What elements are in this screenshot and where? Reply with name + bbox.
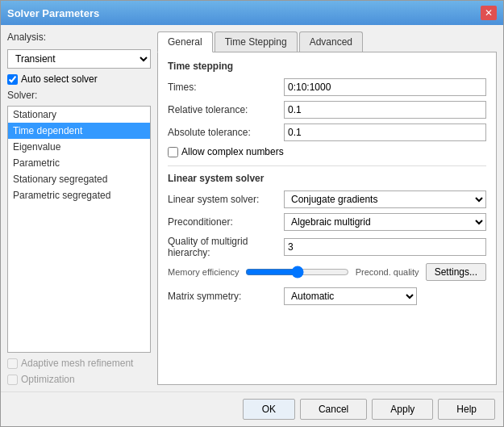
rel-tolerance-label: Relative tolerance: <box>168 104 281 115</box>
memory-efficiency-label: Memory efficiency <box>168 267 239 277</box>
time-stepping-section-title: Time stepping <box>168 61 486 72</box>
quality-label: Quality of multigrid hierarchy: <box>168 236 281 258</box>
preconditioner-label: Preconditioner: <box>168 216 281 228</box>
tab-general[interactable]: General <box>157 31 213 52</box>
quality-row: Quality of multigrid hierarchy: <box>168 236 486 258</box>
solver-item-stationary[interactable]: Stationary <box>8 107 150 123</box>
left-panel: Analysis: Transient Stationary Eigenvalu… <box>7 31 151 385</box>
times-row: Times: <box>168 78 486 96</box>
abs-tolerance-row: Absolute tolerance: <box>168 123 486 141</box>
precond-quality-label: Precond. quality <box>356 267 419 277</box>
auto-select-label: Auto select solver <box>21 73 98 85</box>
solver-item-parametric-segregated[interactable]: Parametric segregated <box>8 187 150 203</box>
matrix-symmetry-row: Matrix symmetry: Automatic Symmetric Uns… <box>168 287 486 305</box>
optimization-label: Optimization <box>21 374 75 385</box>
ok-button[interactable]: OK <box>243 399 295 420</box>
solver-list: Stationary Time dependent Eigenvalue Par… <box>7 106 151 353</box>
slider-row: Memory efficiency Precond. quality Setti… <box>168 263 486 281</box>
right-panel: General Time Stepping Advanced Time step… <box>157 31 497 385</box>
title-bar: Solver Parameters ✕ <box>1 1 503 25</box>
matrix-symmetry-label: Matrix symmetry: <box>168 291 281 302</box>
preconditioner-select[interactable]: Algebraic multigrid Incomplete LU SOR <box>284 213 486 231</box>
auto-select-row: Auto select solver <box>7 73 151 85</box>
analysis-select[interactable]: Transient Stationary Eigenvalue <box>7 49 151 69</box>
tab-advanced[interactable]: Advanced <box>299 31 363 52</box>
tab-content-general: Time stepping Times: Relative tolerance:… <box>157 52 497 385</box>
abs-tolerance-input[interactable] <box>284 123 486 141</box>
close-button[interactable]: ✕ <box>481 6 497 20</box>
settings-button[interactable]: Settings... <box>426 263 486 281</box>
times-input[interactable] <box>284 78 486 96</box>
solver-parameters-dialog: Solver Parameters ✕ Analysis: Transient … <box>0 0 504 427</box>
solver-section-label: Solver: <box>7 90 151 101</box>
tab-time-stepping[interactable]: Time Stepping <box>215 31 298 52</box>
adaptive-mesh-row: Adaptive mesh refinement <box>7 358 151 369</box>
dialog-title: Solver Parameters <box>7 7 99 19</box>
solver-item-parametric[interactable]: Parametric <box>8 155 150 171</box>
quality-slider[interactable] <box>245 266 348 278</box>
linear-solver-row: Linear system solver: Conjugate gradient… <box>168 190 486 208</box>
linear-system-section-title: Linear system solver <box>168 173 486 184</box>
help-button[interactable]: Help <box>438 399 495 420</box>
adaptive-mesh-label: Adaptive mesh refinement <box>21 358 133 369</box>
optimization-row: Optimization <box>7 374 151 385</box>
solver-item-stationary-segregated[interactable]: Stationary segregated <box>8 171 150 187</box>
matrix-symmetry-select[interactable]: Automatic Symmetric Unsymmetric <box>284 287 417 305</box>
allow-complex-checkbox[interactable] <box>168 147 178 157</box>
linear-solver-select[interactable]: Conjugate gradients GMRES Direct <box>284 190 486 208</box>
tab-bar: General Time Stepping Advanced <box>157 31 497 52</box>
auto-select-checkbox[interactable] <box>7 74 18 85</box>
section-separator <box>168 165 486 166</box>
dialog-body: Analysis: Transient Stationary Eigenvalu… <box>1 25 503 391</box>
cancel-button[interactable]: Cancel <box>300 399 367 420</box>
analysis-label: Analysis: <box>7 31 151 43</box>
solver-item-time-dependent[interactable]: Time dependent <box>8 123 150 139</box>
abs-tolerance-label: Absolute tolerance: <box>168 127 281 138</box>
solver-item-eigenvalue[interactable]: Eigenvalue <box>8 139 150 155</box>
times-label: Times: <box>168 82 281 93</box>
allow-complex-row: Allow complex numbers <box>168 146 486 157</box>
preconditioner-row: Preconditioner: Algebraic multigrid Inco… <box>168 213 486 231</box>
rel-tolerance-row: Relative tolerance: <box>168 101 486 119</box>
allow-complex-label: Allow complex numbers <box>181 146 284 157</box>
quality-input[interactable] <box>284 238 486 256</box>
dialog-footer: OK Cancel Apply Help <box>1 391 503 426</box>
rel-tolerance-input[interactable] <box>284 101 486 119</box>
adaptive-mesh-checkbox <box>7 358 18 369</box>
optimization-checkbox <box>7 375 18 385</box>
apply-button[interactable]: Apply <box>372 399 433 420</box>
linear-solver-label: Linear system solver: <box>168 194 281 205</box>
